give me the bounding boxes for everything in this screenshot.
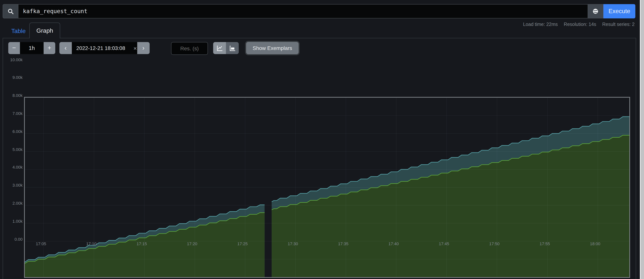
graph-panel: − + ‹ × › Show Exempla bbox=[3, 38, 636, 279]
x-tick-label: 17:10 bbox=[80, 242, 103, 246]
y-tick-label: 0.00 bbox=[5, 237, 22, 241]
tab-table[interactable]: Table bbox=[5, 25, 32, 37]
show-exemplars-button[interactable]: Show Exemplars bbox=[246, 42, 298, 54]
range-input[interactable] bbox=[20, 42, 44, 54]
time-forward-button[interactable]: › bbox=[137, 42, 150, 54]
y-tick-label: 1.00k bbox=[5, 219, 22, 223]
time-back-button[interactable]: ‹ bbox=[60, 42, 72, 54]
tab-graph[interactable]: Graph bbox=[29, 22, 60, 38]
x-tick-label: 17:05 bbox=[30, 242, 52, 246]
search-icon bbox=[3, 4, 18, 18]
metrics-explorer-button[interactable] bbox=[588, 4, 604, 18]
result-series: Result series: 2 bbox=[602, 22, 634, 27]
y-tick-label: 8.00k bbox=[5, 93, 22, 98]
y-tick-label: 3.00k bbox=[5, 183, 22, 187]
datetime-picker: ‹ × › bbox=[60, 42, 150, 54]
y-tick-label: 4.00k bbox=[5, 165, 22, 170]
y-tick-label: 2.00k bbox=[5, 201, 22, 205]
x-tick-label: 17:15 bbox=[130, 242, 153, 246]
query-bar: Execute bbox=[3, 4, 635, 18]
y-tick-label: 9.00k bbox=[5, 75, 22, 80]
page-scrollbar[interactable] bbox=[640, 0, 644, 279]
chart-type-toggle bbox=[213, 42, 239, 54]
y-tick-label: 6.00k bbox=[5, 129, 22, 133]
x-tick-label: 17:40 bbox=[382, 242, 405, 246]
y-tick-label: 7.00k bbox=[5, 111, 22, 116]
query-input[interactable] bbox=[18, 4, 588, 18]
scrollbar-thumb[interactable] bbox=[640, 0, 644, 279]
y-tick-label: 10.00k bbox=[5, 57, 22, 62]
stacked-chart-icon[interactable] bbox=[226, 42, 239, 54]
range-stepper: − + bbox=[8, 42, 55, 54]
execute-button[interactable]: Execute bbox=[604, 4, 635, 18]
x-tick-label: 17:20 bbox=[181, 242, 204, 246]
query-stats: Load time: 22ms Resolution: 14s Result s… bbox=[523, 22, 635, 27]
range-increase-button[interactable]: + bbox=[44, 42, 55, 54]
line-chart-icon[interactable] bbox=[213, 42, 226, 54]
x-tick-label: 17:45 bbox=[433, 242, 455, 246]
x-tick-label: 17:25 bbox=[231, 242, 254, 246]
resolution-input[interactable] bbox=[171, 42, 208, 55]
datetime-input[interactable] bbox=[72, 45, 133, 51]
load-time: Load time: 22ms bbox=[523, 22, 558, 27]
range-decrease-button[interactable]: − bbox=[8, 42, 20, 54]
chart-plot-area[interactable] bbox=[24, 97, 630, 278]
x-tick-label: 17:50 bbox=[483, 242, 506, 246]
x-tick-label: 17:55 bbox=[534, 242, 556, 246]
x-tick-label: 17:30 bbox=[282, 242, 304, 246]
graph-toolbar: − + ‹ × › Show Exempla bbox=[6, 42, 638, 54]
resolution: Resolution: 14s bbox=[564, 22, 596, 27]
y-tick-label: 5.00k bbox=[5, 147, 22, 152]
clear-time-icon[interactable]: × bbox=[133, 45, 138, 51]
x-tick-label: 17:35 bbox=[332, 242, 354, 246]
x-tick-label: 18:00 bbox=[584, 242, 606, 246]
